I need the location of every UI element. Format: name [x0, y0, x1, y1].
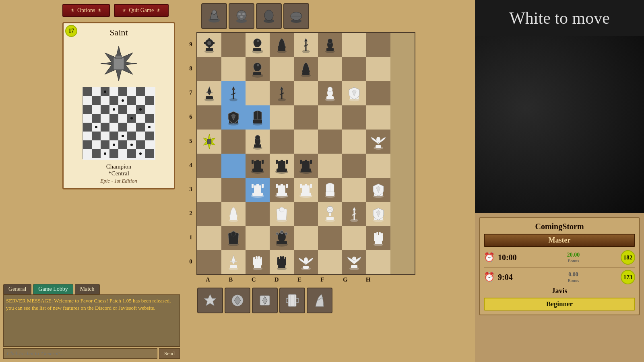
cell-9-1[interactable] — [221, 250, 246, 274]
cell-9-3[interactable] — [270, 250, 294, 274]
tray-piece-3[interactable] — [256, 3, 282, 29]
cell-2-3[interactable] — [270, 81, 294, 105]
cell-0-7[interactable] — [366, 33, 390, 57]
cell-5-6[interactable] — [342, 154, 366, 178]
cell-0-0[interactable] — [197, 33, 221, 57]
cell-3-7[interactable] — [366, 105, 390, 130]
cell-0-1[interactable] — [221, 33, 246, 57]
cell-0-2[interactable] — [246, 33, 270, 57]
cell-3-2[interactable] — [246, 105, 270, 130]
cell-1-3[interactable] — [270, 57, 294, 81]
quit-game-button[interactable]: Quit Game — [114, 4, 169, 17]
cell-9-0[interactable] — [197, 250, 221, 274]
btray-piece-2[interactable] — [225, 288, 250, 313]
cell-5-1[interactable] — [221, 154, 246, 178]
btray-piece-1[interactable] — [197, 288, 223, 313]
cell-1-0[interactable] — [197, 57, 221, 81]
cell-4-5[interactable] — [318, 130, 342, 154]
cell-6-0[interactable] — [197, 178, 221, 202]
btray-piece-4[interactable] — [279, 288, 305, 313]
cell-8-5[interactable] — [318, 226, 342, 250]
cell-3-6[interactable] — [342, 105, 366, 130]
cell-4-8[interactable] — [390, 130, 415, 154]
cell-0-5[interactable] — [318, 33, 342, 57]
cell-9-5[interactable] — [318, 250, 342, 274]
cell-5-3[interactable] — [270, 154, 294, 178]
cell-1-6[interactable] — [342, 57, 366, 81]
btray-piece-3[interactable] — [252, 288, 278, 313]
cell-2-7[interactable] — [366, 81, 390, 105]
chat-input[interactable] — [3, 348, 157, 359]
cell-8-1[interactable] — [221, 226, 246, 250]
cell-7-1[interactable] — [221, 202, 246, 226]
cell-8-4[interactable] — [294, 226, 318, 250]
cell-1-4[interactable] — [294, 57, 318, 81]
cell-8-0[interactable] — [197, 226, 221, 250]
cell-1-2[interactable] — [246, 57, 270, 81]
cell-6-7[interactable] — [366, 178, 390, 202]
cell-2-4[interactable] — [294, 81, 318, 105]
cell-1-5[interactable] — [318, 57, 342, 81]
cell-2-6[interactable] — [342, 81, 366, 105]
cell-6-5[interactable] — [318, 178, 342, 202]
chess-board[interactable] — [196, 32, 415, 275]
cell-8-2[interactable] — [246, 226, 270, 250]
cell-7-8[interactable] — [390, 202, 415, 226]
cell-9-7[interactable] — [366, 250, 390, 274]
cell-3-8[interactable] — [390, 105, 415, 130]
chat-tab-lobby[interactable]: Game Lobby — [33, 284, 73, 294]
cell-7-0[interactable] — [197, 202, 221, 226]
cell-4-3[interactable] — [270, 130, 294, 154]
cell-6-2[interactable] — [246, 178, 270, 202]
cell-2-5[interactable] — [318, 81, 342, 105]
cell-6-1[interactable] — [221, 178, 246, 202]
cell-4-7[interactable] — [366, 130, 390, 154]
cell-7-2[interactable] — [246, 202, 270, 226]
cell-5-5[interactable] — [318, 154, 342, 178]
cell-9-6[interactable] — [342, 250, 366, 274]
tray-piece-2[interactable] — [229, 3, 254, 29]
cell-5-8[interactable] — [390, 154, 415, 178]
cell-2-2[interactable] — [246, 81, 270, 105]
cell-8-6[interactable] — [342, 226, 366, 250]
cell-4-4[interactable] — [294, 130, 318, 154]
cell-8-3[interactable] — [270, 226, 294, 250]
cell-5-4[interactable] — [294, 154, 318, 178]
cell-6-3[interactable] — [270, 178, 294, 202]
cell-9-4[interactable] — [294, 250, 318, 274]
cell-0-6[interactable] — [342, 33, 366, 57]
cell-0-3[interactable] — [270, 33, 294, 57]
cell-5-2[interactable] — [246, 154, 270, 178]
cell-7-6[interactable] — [342, 202, 366, 226]
cell-2-0[interactable] — [197, 81, 221, 105]
cell-3-3[interactable] — [270, 105, 294, 130]
cell-5-7[interactable] — [366, 154, 390, 178]
cell-9-2[interactable] — [246, 250, 270, 274]
cell-1-1[interactable] — [221, 57, 246, 81]
cell-4-6[interactable] — [342, 130, 366, 154]
cell-6-8[interactable] — [390, 178, 415, 202]
cell-8-7[interactable] — [366, 226, 390, 250]
chat-tab-match[interactable]: Match — [75, 284, 100, 294]
cell-1-8[interactable] — [390, 57, 415, 81]
cell-6-6[interactable] — [342, 178, 366, 202]
cell-3-1[interactable] — [221, 105, 246, 130]
cell-5-0[interactable] — [197, 154, 221, 178]
options-button[interactable]: Options — [62, 4, 110, 17]
cell-2-8[interactable] — [390, 81, 415, 105]
tray-piece-4[interactable] — [283, 3, 309, 29]
cell-3-4[interactable] — [294, 105, 318, 130]
cell-0-4[interactable] — [294, 33, 318, 57]
cell-9-8[interactable] — [390, 250, 415, 274]
btray-piece-5[interactable] — [307, 288, 332, 313]
tray-piece-1[interactable] — [201, 3, 227, 29]
chat-tab-general[interactable]: General — [3, 284, 31, 294]
cell-1-7[interactable] — [366, 57, 390, 81]
cell-8-8[interactable] — [390, 226, 415, 250]
cell-2-1[interactable] — [221, 81, 246, 105]
cell-3-5[interactable] — [318, 105, 342, 130]
cell-7-5[interactable] — [318, 202, 342, 226]
cell-4-1[interactable] — [221, 130, 246, 154]
cell-7-7[interactable] — [366, 202, 390, 226]
cell-6-4[interactable] — [294, 178, 318, 202]
